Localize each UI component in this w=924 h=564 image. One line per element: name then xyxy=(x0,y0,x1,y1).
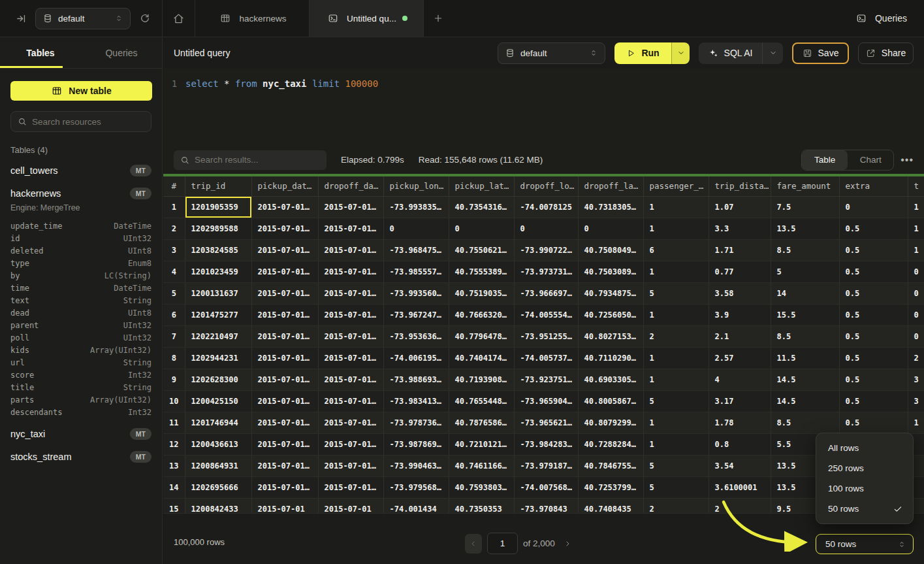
query-database-selector[interactable]: default xyxy=(498,42,605,64)
run-options-button[interactable] xyxy=(671,42,690,64)
row-number[interactable]: 7 xyxy=(163,325,185,347)
data-cell[interactable]: -74.006195… xyxy=(383,347,449,369)
data-cell[interactable]: 1201475277 xyxy=(185,304,251,325)
data-cell[interactable]: 14 xyxy=(771,282,839,304)
data-cell[interactable]: 1203824585 xyxy=(185,239,251,261)
data-cell[interactable]: 2015-07-01… xyxy=(251,433,318,455)
page-size-option-all-rows[interactable]: All rows xyxy=(816,438,913,458)
data-cell[interactable]: 40.7666320… xyxy=(449,304,514,325)
column-header-pickup_lon[interactable]: pickup_lon… xyxy=(383,176,449,196)
data-cell[interactable]: -73.970843 xyxy=(514,498,578,513)
data-cell[interactable]: 40.6903305… xyxy=(578,369,643,390)
data-cell[interactable]: 40.7655448… xyxy=(449,390,514,412)
row-number[interactable]: 2 xyxy=(163,218,185,239)
data-cell[interactable]: 0.5 xyxy=(839,390,908,412)
row-number[interactable]: 8 xyxy=(163,347,185,369)
data-cell[interactable]: 2015-07-01… xyxy=(251,412,318,433)
data-cell[interactable]: 8.5 xyxy=(771,325,839,347)
row-number[interactable]: 15 xyxy=(163,498,185,513)
row-number[interactable]: 1 xyxy=(163,196,185,218)
data-cell[interactable]: -73.951255… xyxy=(514,325,578,347)
data-cell[interactable]: 2015-07-01… xyxy=(318,412,383,433)
column-header-extra[interactable]: extra xyxy=(839,176,908,196)
row-number[interactable]: 14 xyxy=(163,476,185,498)
row-number[interactable]: 12 xyxy=(163,433,185,455)
row-number[interactable]: 10 xyxy=(163,390,185,412)
data-cell[interactable]: 2015-07-01… xyxy=(251,476,318,498)
data-cell[interactable]: 40.7519035… xyxy=(449,282,514,304)
data-cell[interactable]: 0.5 xyxy=(839,412,908,433)
data-cell[interactable]: 2015-07-01… xyxy=(251,390,318,412)
data-cell[interactable]: 5 xyxy=(643,455,709,476)
data-cell[interactable]: 2 xyxy=(709,498,771,513)
data-cell[interactable]: 40.7110290… xyxy=(578,347,643,369)
data-cell[interactable]: -73.984283… xyxy=(514,433,578,455)
data-cell[interactable]: 3.17 xyxy=(709,390,771,412)
data-cell[interactable]: 2015-07-01… xyxy=(318,455,383,476)
row-number[interactable]: 9 xyxy=(163,369,185,390)
column-header-passenger_[interactable]: passenger_… xyxy=(643,176,709,196)
data-cell[interactable]: 2015-07-01… xyxy=(251,239,318,261)
data-cell[interactable]: 40.7550621… xyxy=(449,239,514,261)
tab-untitled-query[interactable]: Untitled qu... xyxy=(310,0,424,37)
data-cell[interactable]: -73.953636… xyxy=(383,325,449,347)
data-cell[interactable]: 40.7503089… xyxy=(578,261,643,282)
data-cell[interactable]: 0.8 xyxy=(709,433,771,455)
data-cell[interactable]: 13.5 xyxy=(771,218,839,239)
data-cell[interactable]: 5 xyxy=(643,476,709,498)
data-cell[interactable]: 4 xyxy=(709,369,771,390)
run-button[interactable]: Run xyxy=(614,42,671,64)
row-number[interactable]: 5 xyxy=(163,282,185,304)
data-cell[interactable]: 2015-07-01 xyxy=(251,498,318,513)
data-cell[interactable]: 3.6100001 xyxy=(709,476,771,498)
data-cell[interactable]: 40.7253799… xyxy=(578,476,643,498)
data-cell[interactable]: 1202695666 xyxy=(185,476,251,498)
data-cell[interactable]: 40.7796478… xyxy=(449,325,514,347)
data-cell[interactable]: 14.5 xyxy=(771,369,839,390)
data-cell[interactable]: 40.7350353 xyxy=(449,498,514,513)
column-header-dropoff_da[interactable]: dropoff_da… xyxy=(318,176,383,196)
data-cell[interactable]: 0 xyxy=(908,304,924,325)
data-cell[interactable]: 0 xyxy=(514,218,578,239)
column-header-t[interactable]: t xyxy=(908,176,924,196)
data-cell[interactable]: -73.983413… xyxy=(383,390,449,412)
data-cell[interactable]: 40.7408435 xyxy=(578,498,643,513)
data-cell[interactable]: -74.005737… xyxy=(514,347,578,369)
column-header-fare_amount[interactable]: fare_amount xyxy=(771,176,839,196)
column-header-trip_id[interactable]: trip_id xyxy=(185,176,251,196)
tab-home[interactable] xyxy=(163,0,195,37)
data-cell[interactable]: 1.07 xyxy=(709,196,771,218)
sql-ai-button[interactable]: SQL AI xyxy=(699,42,762,64)
data-cell[interactable]: 2015-07-01… xyxy=(318,196,383,218)
data-cell[interactable]: 0.5 xyxy=(839,304,908,325)
data-cell[interactable]: 3.54 xyxy=(709,455,771,476)
data-cell[interactable]: 40.7288284… xyxy=(578,433,643,455)
data-cell[interactable]: 1 xyxy=(643,304,709,325)
data-cell[interactable]: 1200436613 xyxy=(185,433,251,455)
data-cell[interactable]: 1 xyxy=(908,239,924,261)
data-cell[interactable]: 2 xyxy=(908,347,924,369)
data-cell[interactable]: 1201023459 xyxy=(185,261,251,282)
data-cell[interactable]: -73.965904… xyxy=(514,390,578,412)
data-cell[interactable]: 40.7256050… xyxy=(578,304,643,325)
column-header-pickup_lat[interactable]: pickup_lat… xyxy=(449,176,514,196)
data-cell[interactable]: 2015-07-01… xyxy=(251,455,318,476)
data-cell[interactable]: 2.57 xyxy=(709,347,771,369)
data-cell[interactable]: 2.1 xyxy=(709,325,771,347)
data-cell[interactable]: 2015-07-01… xyxy=(318,218,383,239)
data-cell[interactable]: -73.966697… xyxy=(514,282,578,304)
data-cell[interactable]: -73.990463… xyxy=(383,455,449,476)
data-cell[interactable]: 0 xyxy=(908,282,924,304)
data-cell[interactable]: 0.5 xyxy=(839,347,908,369)
data-cell[interactable]: 0 xyxy=(839,196,908,218)
data-cell[interactable]: -73.965621… xyxy=(514,412,578,433)
data-cell[interactable]: 3 xyxy=(908,390,924,412)
refresh-icon[interactable] xyxy=(137,10,153,26)
data-cell[interactable]: 0 xyxy=(578,218,643,239)
data-cell[interactable]: 40.8079299… xyxy=(578,412,643,433)
data-cell[interactable]: 0 xyxy=(908,325,924,347)
data-cell[interactable]: 2015-07-01… xyxy=(318,261,383,282)
row-number[interactable]: 13 xyxy=(163,455,185,476)
data-cell[interactable]: 2015-07-01… xyxy=(318,347,383,369)
sidebar-tab-queries[interactable]: Queries xyxy=(81,37,162,68)
